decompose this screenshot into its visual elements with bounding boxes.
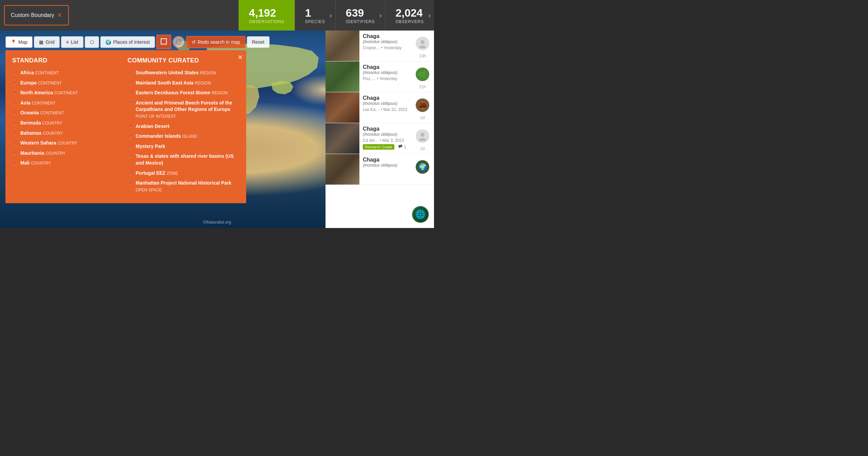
- standard-place-item[interactable]: 📍North America CONTINENT: [12, 90, 114, 96]
- place-name: Africa: [20, 70, 34, 75]
- close-boundary-icon[interactable]: ✕: [57, 12, 62, 19]
- observation-name: Chaga: [363, 157, 408, 163]
- place-type: REGION: [212, 91, 228, 95]
- pin-icon: 📍: [127, 70, 133, 76]
- pin-icon: 📍: [12, 140, 18, 146]
- community-place-item[interactable]: 📍Manhattan Project National Historical P…: [127, 180, 239, 193]
- place-name: Mali: [20, 160, 29, 166]
- circle-icon: [176, 39, 182, 45]
- standard-place-item[interactable]: 📍Bahamas COUNTRY: [12, 130, 114, 137]
- place-type: ISLAND: [182, 134, 197, 139]
- observation-name: Chaga: [363, 95, 408, 101]
- observers-arrow-icon[interactable]: ›: [428, 12, 431, 19]
- standard-place-item[interactable]: 📍Africa CONTINENT: [12, 70, 114, 76]
- place-type: OPEN SPACE: [136, 188, 162, 192]
- places-of-interest-button[interactable]: 🌍 Places of Interest: [100, 36, 155, 48]
- community-place-item[interactable]: 📍Eastern Deciduous Forest Biome REGION: [127, 90, 239, 96]
- standard-place-item[interactable]: 📍Mali COUNTRY: [12, 160, 114, 167]
- pin-icon: 📍: [127, 153, 133, 159]
- reset-label: Reset: [252, 39, 264, 45]
- community-place-item[interactable]: 📍Southwestern United States REGION: [127, 70, 239, 76]
- place-type: REGION: [195, 81, 211, 86]
- pin-icon: 📍: [12, 80, 18, 86]
- observation-photo: [326, 154, 359, 185]
- identifiers-arrow-icon[interactable]: ›: [379, 12, 382, 19]
- pin-icon: 📍: [12, 150, 18, 156]
- place-name: Mainland South East Asia: [136, 80, 194, 86]
- map-pin-icon: 📍: [11, 39, 16, 45]
- place-name: Mauritania: [20, 150, 44, 156]
- redo-search-button[interactable]: ↺ Redo search in map: [186, 36, 245, 48]
- observation-item[interactable]: Chaga (Inonotus obliquus) Cd del… • Mar …: [326, 123, 434, 154]
- observation-item[interactable]: Chaga (Inonotus obliquus) Pisz,… • Yeste…: [326, 61, 434, 92]
- community-place-item[interactable]: 📍Portugal EEZ ZONE: [127, 170, 239, 177]
- standard-place-item[interactable]: 📍Oceania CONTINENT: [12, 110, 114, 116]
- draw-circle-button[interactable]: [173, 36, 185, 48]
- standard-column: STANDARD 📍Africa CONTINENT📍Europe CONTIN…: [5, 50, 121, 203]
- toolbar: 📍 Map ▦ Grid ≡ List ⬡ 🌍 Places of Intere…: [0, 31, 434, 53]
- pin-icon: 📍: [12, 110, 18, 116]
- header-spacer: [73, 0, 238, 31]
- observation-time: 13h: [419, 54, 426, 58]
- observation-meta: Cd del… • Mar 3, 2023: [363, 138, 408, 143]
- place-type: CONTINENT: [32, 101, 55, 106]
- place-name: Asia: [20, 100, 31, 106]
- place-name: Bahamas: [20, 130, 41, 136]
- observations-stat[interactable]: 4,192 OBSERVATIONS: [238, 0, 295, 31]
- place-name: North America: [20, 90, 53, 95]
- places-label: Places of Interest: [113, 39, 150, 45]
- custom-boundary-button[interactable]: Custom Boundary ✕: [4, 5, 69, 25]
- observation-name: Chaga: [363, 64, 408, 70]
- observation-photo: [326, 92, 359, 123]
- svg-point-5: [419, 138, 426, 141]
- standard-place-item[interactable]: 📍Asia CONTINENT: [12, 100, 114, 107]
- pin-icon: 📍: [127, 180, 133, 186]
- species-stat[interactable]: 1 SPECIES ›: [295, 0, 335, 31]
- place-name: Eastern Deciduous Forest Biome: [136, 90, 210, 95]
- standard-place-item[interactable]: 📍Mauritania COUNTRY: [12, 150, 114, 157]
- map-tab-button[interactable]: 📍 Map: [5, 36, 33, 48]
- observation-item[interactable]: Chaga (Inonotus obliquus) Las Ka… • Mar …: [326, 92, 434, 123]
- observation-right-panel: 1d: [411, 123, 434, 154]
- observers-stat[interactable]: 2,024 OBSERVERS ›: [385, 0, 434, 31]
- user-avatar: 🌿: [416, 68, 429, 81]
- grid-tab-button[interactable]: ▦ Grid: [34, 36, 59, 48]
- standard-place-item[interactable]: 📍Bermuda COUNTRY: [12, 120, 114, 127]
- community-place-item[interactable]: 📍Ancient and Primeval Beech Forests of t…: [127, 100, 239, 120]
- globe-watermark-icon: 🌐: [412, 206, 429, 223]
- place-type: CONTINENT: [40, 111, 64, 115]
- place-type: COUNTRY: [31, 161, 51, 166]
- standard-place-item[interactable]: 📍Western Sahara COUNTRY: [12, 140, 114, 147]
- species-arrow-icon[interactable]: ›: [330, 12, 332, 19]
- identifiers-stat[interactable]: 639 IDENTIFIERS ›: [335, 0, 385, 31]
- close-dropdown-button[interactable]: ✕: [238, 54, 243, 61]
- community-place-item[interactable]: 📍Texas & states with shared river basins…: [127, 153, 239, 166]
- observation-time: 1d: [420, 115, 425, 120]
- community-column: COMMUNITY CURATED 📍Southwestern United S…: [121, 50, 246, 203]
- place-type: CONTINENT: [54, 91, 78, 95]
- list-tab-button[interactable]: ≡ List: [61, 36, 83, 48]
- reset-button[interactable]: Reset: [247, 36, 270, 48]
- place-name: Europe: [20, 80, 37, 86]
- pin-icon: 📍: [127, 100, 133, 106]
- globe-icon: 🌍: [105, 39, 111, 45]
- community-place-item[interactable]: 📍Mainland South East Asia REGION: [127, 80, 239, 87]
- community-place-item[interactable]: 📍Mystery Park: [127, 143, 239, 150]
- grid-tab-label: Grid: [45, 39, 54, 45]
- pin-icon: 📍: [127, 90, 133, 96]
- flag-count: 🏴 1: [398, 145, 406, 149]
- place-type: CONTINENT: [38, 81, 62, 86]
- place-name: Southwestern United States: [136, 70, 199, 75]
- place-type: ZONE: [167, 171, 178, 176]
- draw-rectangle-button[interactable]: [156, 35, 171, 49]
- pin-icon: 📍: [127, 170, 133, 176]
- place-name: Western Sahara: [20, 140, 56, 146]
- species-label: SPECIES: [305, 19, 325, 24]
- observation-item[interactable]: Chaga (Inonotus obliquus) 🌍: [326, 154, 434, 185]
- standard-place-item[interactable]: 📍Europe CONTINENT: [12, 80, 114, 87]
- layers-button[interactable]: ⬡: [85, 36, 99, 48]
- community-place-item[interactable]: 📍Commander Islands ISLAND: [127, 133, 239, 140]
- place-name: Oceania: [20, 110, 39, 115]
- community-place-item[interactable]: 📍Arabian Desert: [127, 123, 239, 130]
- place-name: Commander Islands: [136, 133, 181, 139]
